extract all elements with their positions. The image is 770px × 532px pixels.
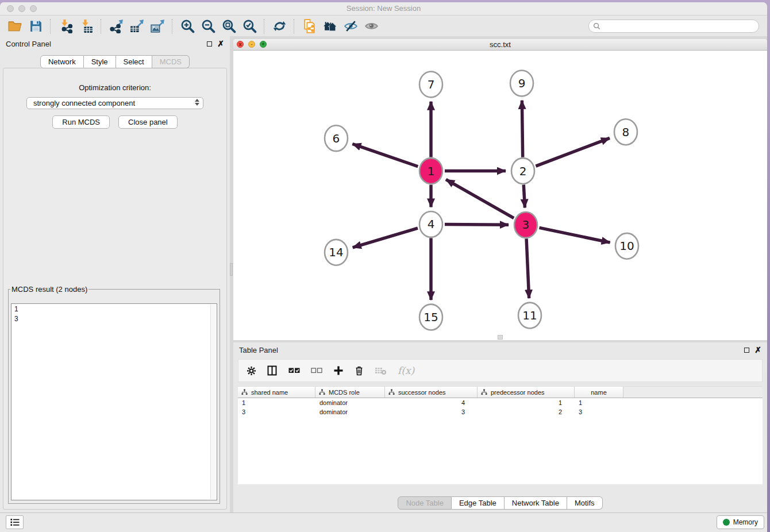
table-cell[interactable]: dominator — [315, 399, 385, 406]
graph-node-1[interactable]: 1 — [419, 158, 442, 184]
close-panel-button[interactable]: Close panel — [118, 115, 178, 129]
graph-node-14[interactable]: 14 — [325, 240, 348, 265]
export-network-button[interactable] — [107, 18, 125, 35]
import-table-icon — [79, 19, 94, 33]
table-cell[interactable]: 2 — [478, 408, 575, 415]
import-table-button[interactable] — [78, 18, 95, 35]
mcds-result-title: MCDS result (2 nodes) — [10, 285, 88, 294]
graph-edge-1-6[interactable] — [352, 144, 418, 166]
mcds-result-area[interactable]: 13 — [11, 303, 217, 500]
float-panel-icon[interactable] — [207, 41, 212, 47]
columns-icon — [267, 365, 278, 376]
graph-node-6[interactable]: 6 — [325, 125, 348, 151]
network-canvas[interactable]: 1234678910111415 — [233, 51, 767, 340]
graph-node-7[interactable]: 7 — [419, 71, 442, 97]
criterion-select[interactable]: strongly connected component — [26, 97, 203, 109]
search-input[interactable] — [588, 20, 759, 33]
graph-node-9[interactable]: 9 — [510, 70, 533, 96]
tab-node-table[interactable]: Node Table — [398, 496, 452, 510]
table-settings-button[interactable] — [247, 366, 256, 376]
table-cell[interactable]: 1 — [575, 399, 623, 406]
tab-motifs[interactable]: Motifs — [567, 496, 603, 510]
close-panel-icon[interactable]: ✗ — [217, 40, 224, 48]
network-file-button[interactable] — [301, 18, 318, 35]
apply-layout-button[interactable] — [271, 18, 288, 35]
run-mcds-button[interactable]: Run MCDS — [52, 115, 110, 129]
graph-node-15[interactable]: 15 — [419, 304, 442, 330]
save-session-button[interactable] — [27, 18, 44, 35]
graph-node-3[interactable]: 3 — [514, 212, 537, 238]
canvas-resize-handle[interactable] — [498, 335, 503, 340]
tab-network-table[interactable]: Network Table — [505, 496, 567, 510]
mcds-result-line: 1 — [14, 304, 217, 314]
graph-edge-2-3[interactable] — [523, 185, 525, 208]
tab-select[interactable]: Select — [116, 55, 152, 68]
tab-mcds[interactable]: MCDS — [152, 55, 190, 68]
function-builder-button[interactable]: f(x) — [398, 365, 414, 376]
export-table-button[interactable] — [128, 18, 145, 35]
houses-icon — [323, 19, 337, 33]
float-panel-icon[interactable] — [744, 348, 749, 353]
table-row[interactable]: 3dominator323 — [238, 407, 763, 417]
open-session-button[interactable] — [6, 18, 24, 35]
graph-edge-4-3[interactable] — [445, 225, 509, 225]
zoom-in-button[interactable] — [179, 18, 196, 35]
delete-table-icon — [375, 366, 387, 375]
export-image-button[interactable] — [149, 18, 166, 35]
task-history-button[interactable] — [6, 515, 24, 529]
select-all-button[interactable] — [288, 368, 300, 373]
column-header-mcds-role[interactable]: MCDS role — [315, 387, 385, 398]
hide-panel-button[interactable] — [342, 18, 359, 35]
table-cell[interactable]: dominator — [315, 408, 385, 415]
criterion-value: strongly connected component — [33, 99, 135, 107]
table-row[interactable]: 1dominator411 — [238, 398, 763, 407]
zoom-out-button[interactable] — [199, 18, 217, 35]
result-scrollbar[interactable] — [210, 304, 216, 499]
column-header-shared-name[interactable]: shared name — [238, 387, 315, 398]
zoom-out-icon — [201, 19, 215, 33]
show-panel-button[interactable] — [363, 18, 380, 35]
toggle-columns-button[interactable] — [267, 365, 278, 376]
tab-network[interactable]: Network — [40, 55, 84, 68]
column-header-predecessor-nodes[interactable]: predecessor nodes — [478, 387, 575, 398]
table-cell[interactable]: 1 — [478, 399, 575, 406]
graph-edge-3-10[interactable] — [539, 228, 610, 242]
zoom-fit-button[interactable] — [220, 18, 237, 35]
graph-edge-3-11[interactable] — [526, 238, 529, 298]
graph-node-10[interactable]: 10 — [615, 233, 638, 259]
deselect-all-button[interactable] — [311, 368, 322, 373]
table-cell[interactable]: 1 — [238, 399, 315, 406]
application-window: Session: New Session — [0, 2, 767, 532]
graph-node-label: 10 — [619, 239, 634, 253]
graph-node-8[interactable]: 8 — [614, 119, 637, 145]
tab-style[interactable]: Style — [84, 55, 116, 68]
home-overview-button[interactable] — [321, 18, 338, 35]
graph-node-11[interactable]: 11 — [518, 303, 541, 329]
graph-edge-4-14[interactable] — [353, 228, 418, 248]
plus-icon — [333, 365, 344, 376]
delete-table-button[interactable] — [375, 366, 387, 375]
add-row-button[interactable] — [333, 365, 344, 376]
graph-edge-2-9[interactable] — [522, 101, 522, 157]
memory-button[interactable]: Memory — [717, 515, 764, 529]
mcds-result-fieldset: MCDS result (2 nodes) 13 — [8, 285, 220, 504]
graph-edge-3-1[interactable] — [446, 179, 514, 218]
column-header-successor-nodes[interactable]: successor nodes — [385, 387, 478, 398]
table-cell[interactable]: 4 — [385, 399, 478, 406]
splitter-handle[interactable] — [230, 263, 233, 276]
delete-row-button[interactable] — [355, 365, 364, 376]
close-panel-icon[interactable]: ✗ — [754, 346, 761, 354]
import-network-button[interactable] — [57, 18, 74, 35]
optimization-criterion-label: Optimization criterion: — [3, 83, 226, 92]
zoom-selected-button[interactable] — [241, 18, 258, 35]
graph-node-2[interactable]: 2 — [511, 158, 534, 184]
table-cell[interactable]: 3 — [385, 408, 478, 415]
graph-node-4[interactable]: 4 — [419, 211, 442, 237]
column-header-name[interactable]: name — [575, 387, 623, 398]
table-cell[interactable]: 3 — [575, 408, 623, 415]
network-graph[interactable]: 1234678910111415 — [233, 51, 767, 340]
tab-edge-table[interactable]: Edge Table — [452, 496, 505, 510]
table-cell[interactable]: 3 — [238, 408, 315, 415]
graph-edge-2-8[interactable] — [536, 138, 610, 166]
export-network-icon — [109, 19, 124, 33]
